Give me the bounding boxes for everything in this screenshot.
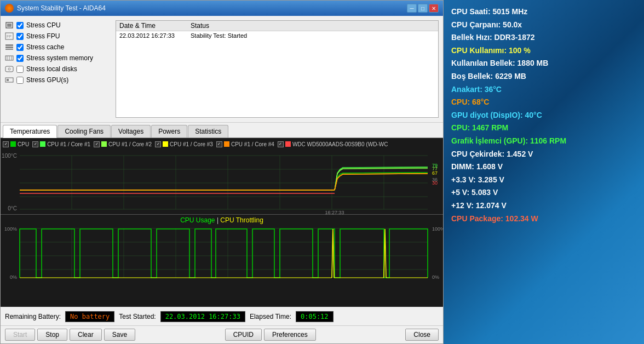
stress-gpu-label: Stress GPU(s) — [26, 76, 68, 84]
minimize-button[interactable]: ─ — [407, 4, 417, 13]
gpu-icon — [5, 76, 14, 84]
log-row: 22.03.2012 16:27:33 Stability Test: Star… — [116, 31, 438, 40]
stat-memory-speed: Bellek Hızı: DDR3-1872 — [451, 32, 636, 43]
svg-rect-1 — [7, 24, 12, 27]
legend-check-wdc[interactable] — [278, 141, 284, 147]
close-window-button[interactable]: ✕ — [429, 4, 439, 13]
svg-text:30: 30 — [432, 180, 438, 186]
legend-color-wdc — [285, 141, 291, 147]
cb-stress-memory: Stress system memory — [5, 54, 111, 62]
log-datetime: 22.03.2012 16:27:33 — [119, 32, 191, 39]
start-button[interactable]: Start — [5, 329, 35, 341]
stress-cpu-label: Stress CPU — [26, 21, 61, 29]
svg-rect-14 — [7, 79, 9, 81]
legend-item-core1: CPU #1 / Core #1 — [32, 141, 90, 147]
stress-cache-checkbox[interactable] — [16, 44, 24, 51]
stress-gpu-checkbox[interactable] — [16, 77, 24, 84]
main-window: System Stability Test - AIDA64 ─ □ ✕ Str… — [0, 0, 444, 344]
stat-dimm-voltage: DIMM: 1.608 V — [451, 162, 636, 173]
cache-icon — [5, 43, 14, 51]
title-bar-left: System Stability Test - AIDA64 — [5, 4, 106, 13]
cb-stress-fpu: FP Stress FPU — [5, 32, 111, 40]
stat-cpu-multiplier: CPU Çarpanı: 50.0x — [451, 20, 636, 31]
clear-button[interactable]: Clear — [70, 329, 102, 341]
cpuid-button[interactable]: CPUID — [225, 329, 262, 341]
save-button[interactable]: Save — [104, 329, 135, 341]
stress-cache-label: Stress cache — [26, 43, 64, 51]
disk-icon — [5, 65, 14, 73]
svg-text:100°C: 100°C — [2, 153, 17, 159]
content-area: Stress CPU FP Stress FPU Stress cache St… — [1, 16, 443, 343]
cb-stress-cpu: Stress CPU — [5, 21, 111, 29]
tab-statistics[interactable]: Statistics — [188, 125, 228, 137]
svg-rect-4 — [5, 44, 13, 46]
stress-memory-checkbox[interactable] — [16, 55, 24, 62]
svg-text:100%: 100% — [4, 226, 17, 232]
log-col-date: Date & Time — [119, 22, 191, 30]
right-panel: CPU Saati: 5015 MHz CPU Çarpanı: 50.0x B… — [444, 0, 644, 344]
stat-anakart-temp: Anakart: 36°C — [451, 84, 636, 95]
fpu-icon: FP — [5, 32, 14, 40]
legend-color-cpu — [10, 141, 16, 147]
stat-used-memory: Kullanılan Bellek: 1880 MB — [451, 58, 636, 69]
svg-text:0°C: 0°C — [8, 205, 17, 211]
stat-12v: +12 V: 12.074 V — [451, 200, 636, 211]
checkboxes-panel: Stress CPU FP Stress FPU Stress cache St… — [1, 16, 116, 122]
battery-value: No battery — [65, 311, 114, 322]
svg-text:0%: 0% — [10, 274, 17, 280]
maximize-button[interactable]: □ — [418, 4, 428, 13]
stress-cpu-checkbox[interactable] — [16, 22, 24, 29]
preferences-button[interactable]: Preferences — [264, 329, 316, 341]
action-bar: Start Stop Clear Save CPUID Preferences … — [1, 325, 443, 343]
stat-cpu-usage: CPU Kullanımı: 100 % — [451, 45, 636, 56]
temperature-chart-area: CPU CPU #1 / Core #1 CPU #1 / Core #2 CP… — [1, 138, 443, 215]
usage-chart-title: CPU Usage | CPU Throttling — [1, 215, 443, 226]
legend-check-cpu[interactable] — [3, 141, 9, 147]
legend-label-wdc: WDC WD5000AADS-00S9B0 (WD-WC — [292, 141, 388, 147]
legend-label-core4: CPU #1 / Core #4 — [231, 141, 274, 147]
legend-color-core3 — [163, 141, 168, 147]
close-button[interactable]: Close — [405, 329, 439, 341]
tab-temperatures[interactable]: Temperatures — [3, 125, 57, 138]
log-status: Stability Test: Started — [191, 32, 435, 39]
stat-5v: +5 V: 5.083 V — [451, 187, 636, 198]
cb-stress-disks: Stress local disks — [5, 65, 111, 73]
legend-check-core3[interactable] — [155, 141, 161, 147]
legend-item-core3: CPU #1 / Core #3 — [155, 141, 213, 147]
svg-text:16:27:33: 16:27:33 — [325, 210, 344, 215]
svg-point-12 — [8, 68, 10, 70]
status-bar: Remaining Battery: No battery Test Start… — [1, 307, 443, 325]
top-section: Stress CPU FP Stress FPU Stress cache St… — [1, 16, 443, 123]
svg-rect-5 — [5, 47, 13, 48]
legend-row: CPU CPU #1 / Core #1 CPU #1 / Core #2 CP… — [1, 138, 443, 150]
window-controls: ─ □ ✕ — [407, 4, 439, 13]
stat-33v: +3.3 V: 3.285 V — [451, 175, 636, 186]
stress-fpu-checkbox[interactable] — [16, 33, 24, 40]
app-icon — [5, 4, 14, 13]
stress-disks-checkbox[interactable] — [16, 66, 24, 73]
tab-voltages[interactable]: Voltages — [111, 125, 151, 137]
usage-svg: 100% 0% 100% 0% — [1, 226, 443, 280]
legend-check-core2[interactable] — [94, 141, 100, 147]
legend-check-core4[interactable] — [216, 141, 222, 147]
tabs-section: Temperatures Cooling Fans Voltages Power… — [1, 123, 443, 138]
usage-chart-area: CPU Usage | CPU Throttling — [1, 215, 443, 307]
svg-rect-11 — [5, 66, 13, 72]
cb-stress-cache: Stress cache — [5, 43, 111, 51]
stress-disks-label: Stress local disks — [26, 65, 77, 73]
stat-gpu-rpm: Grafik İşlemci (GPU): 1106 RPM — [451, 136, 636, 147]
elapsed-value: 0:05:12 — [296, 311, 334, 322]
stop-button[interactable]: Stop — [37, 329, 67, 341]
legend-item-core2: CPU #1 / Core #2 — [94, 141, 152, 147]
legend-item-core4: CPU #1 / Core #4 — [216, 141, 274, 147]
legend-color-core2 — [101, 141, 107, 147]
legend-check-core1[interactable] — [32, 141, 38, 147]
tab-powers[interactable]: Powers — [151, 125, 187, 137]
svg-text:67: 67 — [432, 170, 438, 176]
stat-cpu-package: CPU Package: 102.34 W — [451, 214, 636, 225]
log-panel: Date & Time Status 22.03.2012 16:27:33 S… — [116, 20, 439, 118]
tab-cooling-fans[interactable]: Cooling Fans — [58, 125, 111, 137]
legend-item-wdc: WDC WD5000AADS-00S9B0 (WD-WC — [278, 141, 388, 147]
svg-text:0%: 0% — [432, 274, 439, 280]
legend-color-core4 — [224, 141, 229, 147]
